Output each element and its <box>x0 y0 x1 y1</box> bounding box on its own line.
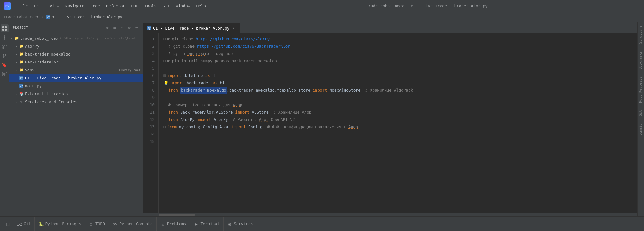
status-problems-label: Problems <box>167 222 186 226</box>
tree-item-main-py[interactable]: py main.py <box>9 82 143 90</box>
code-token: # Хранилище <box>273 109 302 116</box>
svg-rect-14 <box>2 74 5 74</box>
new-file-button[interactable]: ⊕ <box>105 25 110 30</box>
svg-rect-15 <box>2 75 5 76</box>
menu-window[interactable]: Window <box>174 2 193 9</box>
vertical-tabs: Structure Bookmarks Pull Requests Git Co… <box>637 22 644 216</box>
settings-button[interactable]: ⚙ <box>127 25 132 30</box>
sidebar: Project ⊕ ≡ ⌖ ⚙ − 📁 trade_robot_moex C:\… <box>9 22 143 216</box>
code-token: # git clone <box>168 43 197 50</box>
code-token[interactable]: https://github.com/cia76/AlorPy <box>196 35 270 43</box>
line-num-13: 13 <box>143 123 155 131</box>
tree-item-main-file[interactable]: py 01 - Live Trade - broker Alor.py <box>9 74 143 82</box>
code-line-8: from backtrader_moexalgo .backtrader_moe… <box>163 87 637 94</box>
sidebar-actions: ⊕ ≡ ⌖ ⚙ − <box>105 25 139 30</box>
menu-help[interactable]: Help <box>194 2 208 9</box>
bulb-icon[interactable]: 💡 <box>163 79 169 87</box>
vtab-bookmarks[interactable]: Bookmarks <box>638 48 644 73</box>
code-token: MoexAlgoStore <box>327 87 365 94</box>
code-line-5 <box>163 65 637 72</box>
code-editor: 1 2 3 4 5 6 7 8 9 10 11 12 13 14 15 ⊟ <box>143 33 637 213</box>
folder-backtrader-moexalgo-icon: 📁 <box>19 52 24 56</box>
status-python-packages[interactable]: 🐍 Python Packages <box>35 217 85 231</box>
bottom-left-button[interactable]: □ <box>2 217 13 231</box>
tree-label-scratches: Scratches and Consoles <box>25 99 141 104</box>
code-token: import <box>167 72 181 79</box>
code-token: Алор <box>349 123 358 131</box>
activity-bookmarks[interactable]: 🔖 <box>1 61 9 69</box>
breadcrumb-project[interactable]: trade_robot_moex <box>4 15 39 19</box>
tree-item-backtrader-moexalgo[interactable]: 📁 backtrader_moexalgo <box>9 50 143 58</box>
activity-commit[interactable] <box>1 34 9 42</box>
h-scroll-thumb[interactable] <box>159 214 195 216</box>
sidebar-title: Project <box>13 26 28 30</box>
menu-run[interactable]: Run <box>129 2 141 9</box>
activity-structure[interactable] <box>1 70 9 78</box>
code-token-highlight: backtrader_moexalgo <box>180 87 227 94</box>
file-mainpy-icon: py <box>19 83 24 88</box>
code-token: bt <box>218 79 225 87</box>
code-token[interactable]: https://github.com/cia76/BackTraderAlor <box>197 43 290 50</box>
collapse-all-button[interactable]: ≡ <box>112 25 117 30</box>
vtab-git[interactable]: Git <box>638 106 644 120</box>
menu-navigate[interactable]: Navigate <box>63 2 87 9</box>
problems-icon: ⚠ <box>160 222 165 226</box>
h-scroll-area[interactable] <box>143 213 637 216</box>
status-todo[interactable]: ☑ TODO <box>85 217 109 231</box>
activity-project[interactable] <box>1 24 9 32</box>
menu-git[interactable]: Git <box>160 2 172 9</box>
scroll-to-file-button[interactable]: ⌖ <box>119 25 125 30</box>
vtab-commit[interactable]: Commit <box>638 120 644 139</box>
menu-tools[interactable]: Tools <box>142 2 159 9</box>
vtab-structure[interactable]: Structure <box>638 22 644 48</box>
activity-pull-requests[interactable] <box>1 52 9 60</box>
status-services[interactable]: ◉ Services <box>224 217 257 231</box>
menu-refactor[interactable]: Refactor <box>104 2 128 9</box>
fold-marker-1: ⊟ <box>163 35 166 43</box>
code-token: Алор <box>259 116 268 123</box>
tab-label: 01 - Live Trade - broker Alor.py <box>153 26 229 31</box>
menu-code[interactable]: Code <box>88 2 102 9</box>
status-git[interactable]: ⎇ Git <box>13 217 35 231</box>
tree-item-external-libs[interactable]: 📚 External Libraries <box>9 90 143 98</box>
status-python-console[interactable]: ≫ Python Console <box>109 217 157 231</box>
svg-point-7 <box>3 45 4 46</box>
menu-file[interactable]: File <box>16 2 30 9</box>
tree-item-backtraderalor[interactable]: 📁 BackTraderAlor <box>9 58 143 66</box>
menu-view[interactable]: View <box>47 2 62 9</box>
tree-root[interactable]: 📁 trade_robot_moex C:\Users\user123\Pych… <box>9 34 143 42</box>
line-num-6: 6 <box>143 72 155 79</box>
code-token: my_config.Config_Alor <box>177 123 231 131</box>
code-token: Алор <box>302 109 311 116</box>
code-token: .backtrader_moexalgo.moexalgo_store <box>227 87 313 94</box>
status-terminal[interactable]: ▶ Terminal <box>190 217 224 231</box>
menu-edit[interactable]: Edit <box>31 2 46 9</box>
tab-file-icon: py <box>147 26 151 30</box>
code-line-13: ⊟ from my_config.Config_Alor import Conf… <box>163 123 637 131</box>
code-content[interactable]: ⊟ # git clone https://github.com/cia76/A… <box>159 33 637 213</box>
tree-label-backtraderalor: BackTraderAlor <box>25 60 141 64</box>
tree-item-venv[interactable]: 📁 venv library root <box>9 66 143 74</box>
editor-tab-main[interactable]: py 01 - Live Trade - broker Alor.py × <box>143 23 240 33</box>
close-sidebar-button[interactable]: − <box>134 25 139 30</box>
line-numbers: 1 2 3 4 5 6 7 8 9 10 11 12 13 14 15 <box>143 33 159 213</box>
code-token: OpenAPI V2 <box>269 116 295 123</box>
breadcrumb-file[interactable]: py 01 - Live Trade - broker Alor.py <box>46 15 122 19</box>
fold-marker-13: ⊟ <box>163 123 166 131</box>
tree-root-path: C:\Users\user123\PycharmProjects\trade..… <box>60 36 143 40</box>
code-token: Алор <box>233 101 242 109</box>
h-scroll-track <box>159 214 622 216</box>
tab-close-button[interactable]: × <box>231 26 236 31</box>
vtab-pull-requests[interactable]: Pull Requests <box>638 73 644 106</box>
activity-vcs[interactable] <box>1 43 9 51</box>
git-branch-icon: ⎇ <box>17 222 22 226</box>
scratches-icon: ✎ <box>19 99 24 104</box>
tree-item-alorpy[interactable]: 📁 AlorPy <box>9 42 143 50</box>
services-icon: ◉ <box>227 222 232 226</box>
code-token: # Работа с <box>233 116 259 123</box>
tree-item-scratches[interactable]: ✎ Scratches and Consoles <box>9 98 143 106</box>
status-problems[interactable]: ⚠ Problems <box>157 217 190 231</box>
code-line-15 <box>163 138 637 145</box>
folder-icon: 📁 <box>14 36 19 41</box>
svg-rect-2 <box>2 29 4 31</box>
